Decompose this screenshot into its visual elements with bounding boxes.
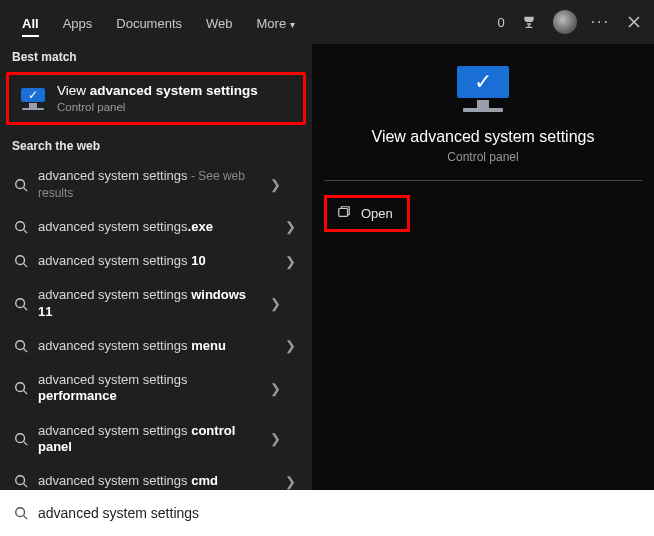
search-icon: [14, 220, 28, 234]
svg-point-7: [16, 476, 25, 485]
trophy-icon[interactable]: [519, 12, 539, 32]
web-result-label: advanced system settings performance: [38, 372, 258, 405]
search-bar[interactable]: [0, 490, 654, 536]
tab-all[interactable]: All: [10, 6, 51, 39]
best-match-title: View advanced system settings: [57, 83, 258, 100]
detail-pane: ✓ View advanced system settings Control …: [312, 44, 654, 490]
best-match-heading: Best match: [0, 44, 312, 70]
web-result-item[interactable]: advanced system settings - See web resul…: [0, 159, 312, 210]
results-column: Best match ✓ View advanced system settin…: [0, 44, 312, 490]
user-avatar[interactable]: [553, 10, 577, 34]
web-result-label: advanced system settings cmd: [38, 473, 273, 489]
svg-point-3: [16, 298, 25, 307]
open-button[interactable]: Open: [324, 195, 410, 232]
windows-search-panel: All Apps Documents Web More▾ 0 ··· Best …: [0, 0, 654, 536]
search-icon: [14, 297, 28, 311]
search-icon: [14, 506, 28, 520]
search-icon: [14, 254, 28, 268]
search-icon: [14, 339, 28, 353]
search-icon: [14, 432, 28, 446]
web-results-list: advanced system settings - See web resul…: [0, 159, 312, 490]
web-result-item[interactable]: advanced system settings.exe❯: [0, 210, 312, 244]
svg-point-2: [16, 256, 25, 265]
rewards-points[interactable]: 0: [497, 15, 504, 30]
search-input[interactable]: [38, 505, 640, 521]
web-result-item[interactable]: advanced system settings menu❯: [0, 329, 312, 363]
chevron-right-icon[interactable]: ❯: [268, 177, 283, 192]
chevron-right-icon[interactable]: ❯: [283, 474, 298, 489]
svg-point-0: [16, 179, 25, 188]
close-button[interactable]: [624, 12, 644, 32]
chevron-right-icon[interactable]: ❯: [283, 254, 298, 269]
best-match-subtitle: Control panel: [57, 100, 258, 114]
tab-more[interactable]: More▾: [245, 6, 308, 39]
monitor-check-icon: ✓: [453, 66, 513, 112]
svg-rect-8: [339, 209, 348, 217]
chevron-right-icon[interactable]: ❯: [283, 219, 298, 234]
tab-apps[interactable]: Apps: [51, 6, 105, 39]
svg-point-9: [16, 508, 25, 517]
chevron-down-icon: ▾: [290, 19, 295, 30]
web-result-label: advanced system settings menu: [38, 338, 273, 354]
search-icon: [14, 178, 28, 192]
svg-point-6: [16, 434, 25, 443]
chevron-right-icon[interactable]: ❯: [268, 381, 283, 396]
detail-subtitle: Control panel: [447, 150, 518, 164]
chevron-right-icon[interactable]: ❯: [283, 338, 298, 353]
open-label: Open: [361, 206, 393, 221]
web-result-label: advanced system settings - See web resul…: [38, 168, 258, 201]
more-options-button[interactable]: ···: [591, 13, 610, 31]
open-external-icon: [337, 205, 351, 222]
tab-documents[interactable]: Documents: [104, 6, 194, 39]
web-result-label: advanced system settings 10: [38, 253, 273, 269]
svg-point-4: [16, 341, 25, 350]
web-result-item[interactable]: advanced system settings control panel❯: [0, 414, 312, 465]
web-result-item[interactable]: advanced system settings 10❯: [0, 244, 312, 278]
chevron-right-icon[interactable]: ❯: [268, 296, 283, 311]
chevron-right-icon[interactable]: ❯: [268, 431, 283, 446]
search-web-heading: Search the web: [0, 133, 312, 159]
detail-title: View advanced system settings: [372, 128, 595, 146]
web-result-item[interactable]: advanced system settings windows 11❯: [0, 278, 312, 329]
search-scope-tabs: All Apps Documents Web More▾ 0 ···: [0, 0, 654, 44]
web-result-item[interactable]: advanced system settings performance❯: [0, 363, 312, 414]
web-result-label: advanced system settings.exe: [38, 219, 273, 235]
web-result-label: advanced system settings windows 11: [38, 287, 258, 320]
svg-point-5: [16, 383, 25, 392]
search-icon: [14, 381, 28, 395]
monitor-check-icon: ✓: [19, 88, 47, 110]
svg-point-1: [16, 222, 25, 231]
best-match-result[interactable]: ✓ View advanced system settings Control …: [6, 72, 306, 125]
search-icon: [14, 474, 28, 488]
web-result-label: advanced system settings control panel: [38, 423, 258, 456]
web-result-item[interactable]: advanced system settings cmd❯: [0, 464, 312, 490]
tab-web[interactable]: Web: [194, 6, 245, 39]
